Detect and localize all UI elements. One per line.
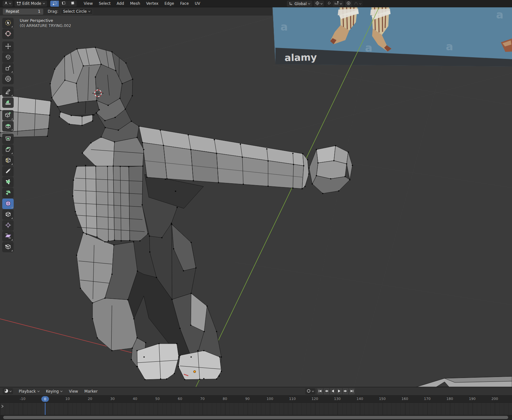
edge-slide-tool[interactable] — [2, 209, 14, 220]
frame-label: 150 — [379, 397, 386, 401]
shear-tool[interactable] — [2, 231, 14, 242]
playhead[interactable] — [45, 403, 45, 415]
jump-to-prev-keyframe-icon — [324, 389, 329, 394]
jump-to-end-button[interactable] — [349, 388, 355, 395]
transform-icon — [5, 75, 11, 83]
shrink-fatten-tool[interactable] — [2, 220, 14, 231]
drag-label: Drag: — [48, 9, 58, 14]
proportional-editing-toggle[interactable] — [345, 1, 352, 7]
edge-slide-icon — [5, 211, 11, 219]
measure-tool[interactable] — [2, 97, 14, 108]
repeat-operator-button[interactable]: Repeat 1 — [3, 9, 43, 15]
timeline-menu-view[interactable]: View — [66, 388, 80, 394]
timeline-header: PlaybackKeyingViewMarker — [0, 387, 512, 396]
face-select-icon — [70, 1, 75, 6]
menu-vertex[interactable]: Vertex — [146, 1, 159, 6]
menu-select[interactable]: Select — [98, 1, 111, 6]
knife-tool[interactable] — [2, 166, 14, 177]
bevel-tool[interactable] — [2, 144, 14, 155]
chevron-down-icon — [340, 3, 342, 5]
rip-region-icon — [5, 243, 11, 251]
header-right-controls: Global — [287, 1, 363, 7]
orientation-label: Global — [294, 2, 307, 6]
smooth-tool[interactable] — [2, 199, 14, 209]
viewport-canvas[interactable]: alamy aaaa — [0, 0, 512, 387]
svg-text:a: a — [446, 40, 453, 53]
snap-settings-dropdown[interactable] — [333, 1, 343, 7]
mesh-select-mode-group — [50, 1, 77, 7]
loop-cut-tool[interactable] — [2, 155, 14, 166]
jump-to-next-keyframe-button[interactable] — [342, 388, 349, 395]
drag-tool-dropdown[interactable]: Select Circle — [61, 9, 93, 15]
shrink-fatten-icon — [5, 222, 11, 229]
menu-uv[interactable]: UV — [194, 1, 201, 6]
pivot-point-icon — [315, 1, 320, 6]
chevron-down-icon — [312, 390, 314, 392]
record-circle-icon — [306, 388, 311, 394]
poly-build-tool[interactable] — [2, 177, 14, 187]
extrude-region-icon — [5, 122, 11, 130]
jump-to-prev-keyframe-button[interactable] — [323, 388, 329, 395]
auto-keying-toggle[interactable] — [305, 388, 315, 395]
menu-edge[interactable]: Edge — [164, 1, 175, 6]
annotate-tool[interactable] — [2, 87, 14, 97]
play-reverse-button[interactable] — [330, 388, 336, 395]
pivot-point-dropdown[interactable] — [314, 1, 324, 7]
frame-label: 30 — [110, 397, 115, 401]
rip-region-tool[interactable] — [2, 242, 14, 252]
extrude-region-tool[interactable] — [2, 121, 14, 131]
frame-label: 140 — [356, 397, 363, 401]
knife-icon — [5, 168, 11, 175]
current-frame-indicator[interactable]: 0 — [41, 396, 49, 402]
active-vertex[interactable] — [194, 371, 196, 373]
svg-text:a: a — [365, 41, 372, 54]
timeline-menu-marker[interactable]: Marker — [82, 388, 100, 394]
blender-window: alamy aaaa — [0, 0, 512, 420]
move-tool[interactable] — [2, 41, 14, 52]
rotate-tool[interactable] — [2, 52, 14, 63]
clock-icon — [4, 388, 9, 394]
select-mode-edge[interactable] — [59, 1, 68, 7]
menu-view[interactable]: View — [83, 1, 93, 6]
select-circle-tool[interactable] — [2, 18, 14, 28]
menu-mesh[interactable]: Mesh — [129, 1, 141, 6]
frame-label: 110 — [289, 397, 296, 401]
cursor-tool[interactable] — [2, 29, 14, 39]
timeline-menu-keying[interactable]: Keying — [44, 388, 65, 394]
timeline-menu-playback[interactable]: Playback — [16, 388, 42, 394]
timeline-editor-type-dropdown[interactable] — [3, 388, 13, 394]
play-button[interactable] — [336, 388, 342, 395]
frame-label: 80 — [223, 397, 227, 401]
add-cube-tool[interactable] — [2, 110, 14, 121]
timeline-scrollbar-thumb[interactable] — [3, 416, 508, 419]
timeline-tracks[interactable] — [0, 403, 512, 415]
select-mode-vertex[interactable] — [50, 1, 59, 7]
expand-channels-icon[interactable] — [1, 404, 4, 409]
transform-orientation-dropdown[interactable]: Global — [287, 1, 312, 7]
snap-toggle-button[interactable] — [326, 1, 333, 7]
mode-dropdown[interactable]: Edit Mode — [15, 1, 47, 7]
timeline-ruler[interactable]: -100102030405060708090100110120130140150… — [0, 396, 512, 403]
jump-to-start-button[interactable] — [317, 388, 323, 395]
select-mode-face[interactable] — [68, 1, 77, 7]
vertex-select-icon — [52, 1, 57, 6]
jump-to-end-icon — [349, 389, 354, 394]
measure-icon — [5, 99, 11, 107]
edit-mode-icon — [17, 1, 21, 6]
poly-build-icon — [5, 178, 11, 186]
editor-type-dropdown[interactable] — [3, 1, 13, 7]
scale-tool[interactable] — [2, 63, 14, 74]
frame-label: 90 — [245, 397, 250, 401]
spin-tool[interactable] — [2, 188, 14, 198]
inset-faces-tool[interactable] — [2, 134, 14, 144]
frame-label: 40 — [133, 397, 137, 401]
chevron-down-icon — [43, 3, 45, 4]
proportional-falloff-dropdown[interactable] — [352, 1, 363, 7]
menu-face[interactable]: Face — [179, 1, 189, 6]
menu-add[interactable]: Add — [116, 1, 125, 6]
play-icon — [337, 389, 342, 394]
smooth-icon — [5, 200, 11, 208]
transform-tool[interactable] — [2, 74, 14, 84]
frame-label: 190 — [469, 397, 476, 401]
viewport-header: Edit Mode ViewSelectAddMeshVertexEdgeFac… — [0, 0, 512, 7]
